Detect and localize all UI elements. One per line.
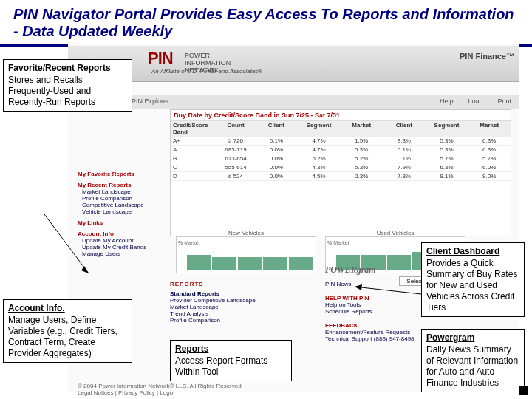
nav-load[interactable]: Load	[460, 95, 490, 107]
callout-body: Stores and Recalls Frequently-Used and R…	[8, 75, 127, 108]
buy-rate-table: Buy Rate by Credit/Score Band in Sun 7/2…	[170, 109, 511, 236]
pin-finance-label: PIN Finance™	[460, 52, 514, 61]
arrow-icon	[44, 214, 103, 288]
chart-new-vehicles: New Vehicles % Market	[176, 236, 316, 273]
table-grid: Credit/Score BandCount ClientSegmentMark…	[171, 121, 511, 181]
svg-marker-1	[81, 266, 89, 273]
nav-help[interactable]: Help	[432, 95, 461, 107]
app-navbar: Home/Report PIN Explorer Print Load Help	[68, 95, 519, 109]
callout-powergram: Powergram Daily News Summary of Relevant…	[421, 329, 525, 392]
reports-section: REPORTS Standard Reports Provider Compet…	[170, 281, 318, 324]
callout-reports: Reports Access Report Formats Within Too…	[170, 340, 292, 381]
callout-favorite-reports: Favorite/Recent Reports Stores and Recal…	[3, 59, 132, 112]
page-title: PIN Navigator Portal Provides Easy Acces…	[0, 0, 532, 47]
table-title: Buy Rate by Credit/Score Band in Sun 7/2…	[171, 110, 511, 121]
pin-affiliate-text: An Affiliate of J.D. Power and Associate…	[151, 68, 262, 75]
svg-line-0	[44, 214, 89, 273]
footer: © 2004 Power Information Network® LLC. A…	[78, 383, 242, 396]
svg-line-2	[355, 287, 421, 294]
pin-logo: PIN	[148, 49, 173, 68]
arrow-icon	[355, 287, 429, 316]
callout-account-info: Account Info. Manage Users, Define Varia…	[3, 299, 132, 363]
powergram-logo: POWERgram	[325, 265, 376, 276]
callout-client-dashboard: Client Dashboard Provides a Quick Summar…	[421, 242, 525, 317]
nav-print[interactable]: Print	[490, 95, 519, 107]
app-banner	[68, 46, 519, 82]
callout-title: Favorite/Recent Reports	[8, 63, 127, 73]
corner-marker	[519, 386, 528, 395]
